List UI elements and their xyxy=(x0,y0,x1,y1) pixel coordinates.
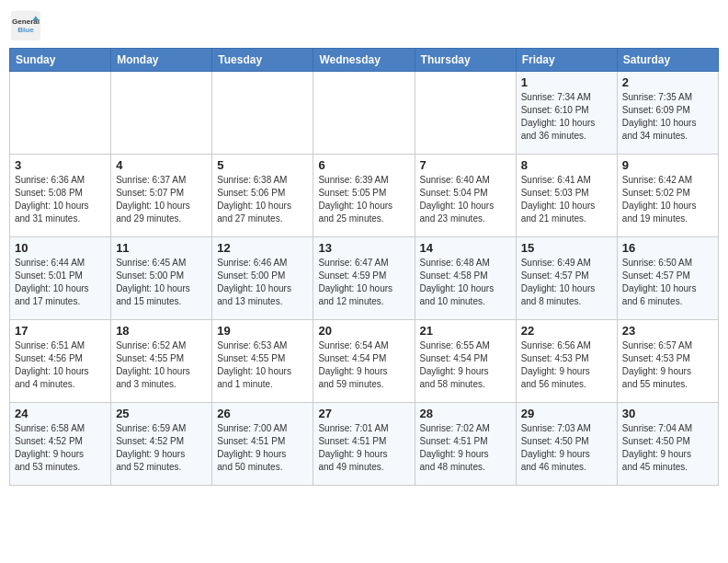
day-info: Sunrise: 6:58 AM Sunset: 4:52 PM Dayligh… xyxy=(15,422,106,474)
day-info: Sunrise: 6:56 AM Sunset: 4:53 PM Dayligh… xyxy=(521,339,612,391)
calendar-cell: 25Sunrise: 6:59 AM Sunset: 4:52 PM Dayli… xyxy=(111,403,212,486)
day-info: Sunrise: 6:51 AM Sunset: 4:56 PM Dayligh… xyxy=(15,339,106,391)
day-info: Sunrise: 6:47 AM Sunset: 4:59 PM Dayligh… xyxy=(318,257,409,308)
calendar-cell xyxy=(212,72,313,155)
day-info: Sunrise: 6:45 AM Sunset: 5:00 PM Dayligh… xyxy=(116,257,207,308)
day-number: 26 xyxy=(217,407,308,420)
calendar-cell: 11Sunrise: 6:45 AM Sunset: 5:00 PM Dayli… xyxy=(111,237,212,320)
calendar-cell: 1Sunrise: 7:34 AM Sunset: 6:10 PM Daylig… xyxy=(516,72,617,155)
calendar-cell: 20Sunrise: 6:54 AM Sunset: 4:54 PM Dayli… xyxy=(313,320,415,403)
calendar-body: 1Sunrise: 7:34 AM Sunset: 6:10 PM Daylig… xyxy=(10,72,719,486)
weekday-header-friday: Friday xyxy=(516,49,617,72)
day-info: Sunrise: 6:52 AM Sunset: 4:55 PM Dayligh… xyxy=(116,339,207,391)
calendar-cell: 2Sunrise: 7:35 AM Sunset: 6:09 PM Daylig… xyxy=(617,72,718,155)
day-number: 4 xyxy=(116,158,207,172)
day-number: 24 xyxy=(15,407,106,420)
calendar-cell xyxy=(313,72,415,155)
calendar-week-1: 3Sunrise: 6:36 AM Sunset: 5:08 PM Daylig… xyxy=(10,155,719,237)
day-number: 2 xyxy=(622,75,713,89)
calendar-cell: 16Sunrise: 6:50 AM Sunset: 4:57 PM Dayli… xyxy=(617,237,718,320)
calendar-week-2: 10Sunrise: 6:44 AM Sunset: 5:01 PM Dayli… xyxy=(10,237,719,320)
day-info: Sunrise: 7:35 AM Sunset: 6:09 PM Dayligh… xyxy=(622,91,713,143)
day-info: Sunrise: 7:02 AM Sunset: 4:51 PM Dayligh… xyxy=(420,422,511,474)
day-info: Sunrise: 6:42 AM Sunset: 5:02 PM Dayligh… xyxy=(622,174,713,225)
calendar-cell: 22Sunrise: 6:56 AM Sunset: 4:53 PM Dayli… xyxy=(516,320,617,403)
day-info: Sunrise: 6:53 AM Sunset: 4:55 PM Dayligh… xyxy=(217,339,308,391)
logo-icon: General Blue xyxy=(9,9,42,42)
calendar-week-0: 1Sunrise: 7:34 AM Sunset: 6:10 PM Daylig… xyxy=(10,72,719,155)
day-info: Sunrise: 6:59 AM Sunset: 4:52 PM Dayligh… xyxy=(116,422,207,474)
day-number: 23 xyxy=(622,324,713,338)
day-number: 20 xyxy=(318,324,409,338)
calendar-cell: 18Sunrise: 6:52 AM Sunset: 4:55 PM Dayli… xyxy=(111,320,212,403)
day-number: 19 xyxy=(217,324,308,338)
day-number: 22 xyxy=(521,324,612,338)
day-info: Sunrise: 6:48 AM Sunset: 4:58 PM Dayligh… xyxy=(420,257,511,308)
day-number: 6 xyxy=(318,158,409,172)
day-number: 16 xyxy=(622,241,713,255)
day-number: 25 xyxy=(116,407,207,420)
day-number: 12 xyxy=(217,241,308,255)
calendar-week-3: 17Sunrise: 6:51 AM Sunset: 4:56 PM Dayli… xyxy=(10,320,719,403)
day-info: Sunrise: 6:46 AM Sunset: 5:00 PM Dayligh… xyxy=(217,257,308,308)
weekday-header-wednesday: Wednesday xyxy=(313,49,415,72)
weekday-header-saturday: Saturday xyxy=(617,49,718,72)
calendar-cell: 14Sunrise: 6:48 AM Sunset: 4:58 PM Dayli… xyxy=(415,237,516,320)
calendar-cell: 7Sunrise: 6:40 AM Sunset: 5:04 PM Daylig… xyxy=(415,155,516,237)
calendar-table: SundayMondayTuesdayWednesdayThursdayFrid… xyxy=(9,48,719,486)
day-info: Sunrise: 7:04 AM Sunset: 4:50 PM Dayligh… xyxy=(622,422,713,474)
calendar-header: SundayMondayTuesdayWednesdayThursdayFrid… xyxy=(10,49,719,72)
logo: General Blue xyxy=(9,9,46,42)
day-info: Sunrise: 6:57 AM Sunset: 4:53 PM Dayligh… xyxy=(622,339,713,391)
day-number: 9 xyxy=(622,158,713,172)
day-number: 28 xyxy=(420,407,511,420)
day-number: 5 xyxy=(217,158,308,172)
calendar-cell: 29Sunrise: 7:03 AM Sunset: 4:50 PM Dayli… xyxy=(516,403,617,486)
calendar-cell: 5Sunrise: 6:38 AM Sunset: 5:06 PM Daylig… xyxy=(212,155,313,237)
day-number: 29 xyxy=(521,407,612,420)
svg-text:Blue: Blue xyxy=(17,26,34,34)
calendar-cell: 19Sunrise: 6:53 AM Sunset: 4:55 PM Dayli… xyxy=(212,320,313,403)
day-number: 21 xyxy=(420,324,511,338)
calendar-cell: 15Sunrise: 6:49 AM Sunset: 4:57 PM Dayli… xyxy=(516,237,617,320)
day-number: 18 xyxy=(116,324,207,338)
calendar-cell: 28Sunrise: 7:02 AM Sunset: 4:51 PM Dayli… xyxy=(415,403,516,486)
day-info: Sunrise: 6:55 AM Sunset: 4:54 PM Dayligh… xyxy=(420,339,511,391)
day-info: Sunrise: 6:54 AM Sunset: 4:54 PM Dayligh… xyxy=(318,339,409,391)
day-info: Sunrise: 7:03 AM Sunset: 4:50 PM Dayligh… xyxy=(521,422,612,474)
calendar-cell: 10Sunrise: 6:44 AM Sunset: 5:01 PM Dayli… xyxy=(10,237,111,320)
calendar-cell: 30Sunrise: 7:04 AM Sunset: 4:50 PM Dayli… xyxy=(617,403,718,486)
weekday-header-sunday: Sunday xyxy=(10,49,111,72)
day-info: Sunrise: 6:36 AM Sunset: 5:08 PM Dayligh… xyxy=(15,174,106,225)
day-info: Sunrise: 7:01 AM Sunset: 4:51 PM Dayligh… xyxy=(318,422,409,474)
day-number: 30 xyxy=(622,407,713,420)
day-info: Sunrise: 6:44 AM Sunset: 5:01 PM Dayligh… xyxy=(15,257,106,308)
day-number: 17 xyxy=(15,324,106,338)
page-header: General Blue xyxy=(9,9,719,42)
calendar-week-4: 24Sunrise: 6:58 AM Sunset: 4:52 PM Dayli… xyxy=(10,403,719,486)
calendar-cell: 6Sunrise: 6:39 AM Sunset: 5:05 PM Daylig… xyxy=(313,155,415,237)
calendar-cell: 13Sunrise: 6:47 AM Sunset: 4:59 PM Dayli… xyxy=(313,237,415,320)
day-info: Sunrise: 6:49 AM Sunset: 4:57 PM Dayligh… xyxy=(521,257,612,308)
weekday-row: SundayMondayTuesdayWednesdayThursdayFrid… xyxy=(10,49,719,72)
calendar-cell: 4Sunrise: 6:37 AM Sunset: 5:07 PM Daylig… xyxy=(111,155,212,237)
day-number: 1 xyxy=(521,75,612,89)
day-number: 14 xyxy=(420,241,511,255)
day-number: 27 xyxy=(318,407,409,420)
calendar-cell xyxy=(10,72,111,155)
day-number: 11 xyxy=(116,241,207,255)
day-number: 10 xyxy=(15,241,106,255)
day-info: Sunrise: 6:41 AM Sunset: 5:03 PM Dayligh… xyxy=(521,174,612,225)
day-info: Sunrise: 6:38 AM Sunset: 5:06 PM Dayligh… xyxy=(217,174,308,225)
calendar-cell: 21Sunrise: 6:55 AM Sunset: 4:54 PM Dayli… xyxy=(415,320,516,403)
calendar-cell: 24Sunrise: 6:58 AM Sunset: 4:52 PM Dayli… xyxy=(10,403,111,486)
day-info: Sunrise: 6:40 AM Sunset: 5:04 PM Dayligh… xyxy=(420,174,511,225)
calendar-cell: 27Sunrise: 7:01 AM Sunset: 4:51 PM Dayli… xyxy=(313,403,415,486)
calendar-cell: 12Sunrise: 6:46 AM Sunset: 5:00 PM Dayli… xyxy=(212,237,313,320)
day-info: Sunrise: 7:34 AM Sunset: 6:10 PM Dayligh… xyxy=(521,91,612,143)
calendar-cell: 17Sunrise: 6:51 AM Sunset: 4:56 PM Dayli… xyxy=(10,320,111,403)
calendar-cell xyxy=(111,72,212,155)
day-number: 8 xyxy=(521,158,612,172)
day-number: 13 xyxy=(318,241,409,255)
calendar-cell: 8Sunrise: 6:41 AM Sunset: 5:03 PM Daylig… xyxy=(516,155,617,237)
